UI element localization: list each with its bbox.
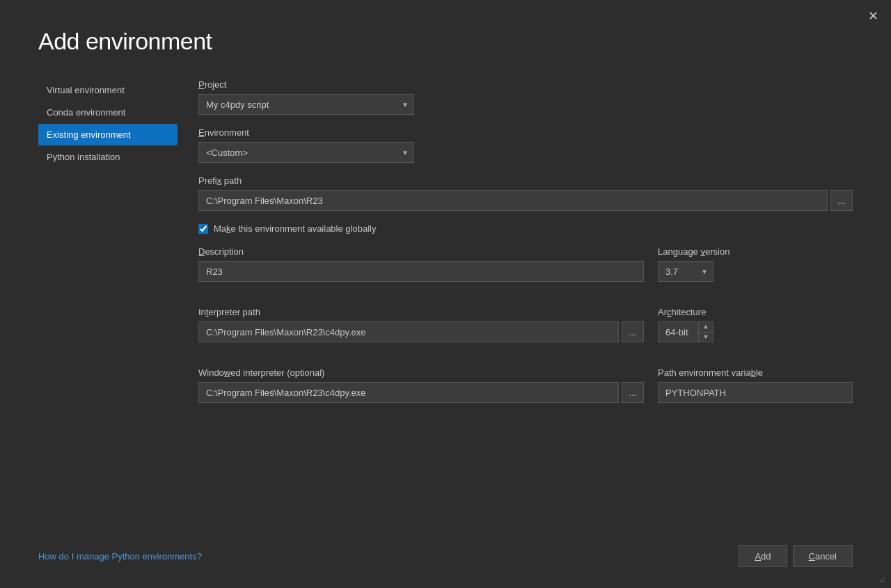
windowed-path-row: Windowed interpreter (optional) ... Path…: [198, 367, 853, 415]
project-select[interactable]: My c4pdy script: [198, 94, 414, 115]
language-version-select[interactable]: 3.7: [658, 261, 713, 282]
description-label-text: Description: [198, 246, 244, 257]
add-button[interactable]: Add: [739, 545, 787, 567]
environment-label-text: Environment: [198, 127, 249, 138]
interpreter-path-label-text: Interpreter path: [198, 307, 260, 317]
description-group: Description: [198, 246, 644, 282]
windowed-interpreter-section: Windowed interpreter (optional) ...: [198, 367, 644, 415]
architecture-down-button[interactable]: ▼: [699, 333, 713, 342]
sidebar-item-existing[interactable]: Existing environment: [38, 124, 178, 145]
language-version-label-text: Language version: [658, 246, 730, 257]
environment-group: Environment <Custom> ▼: [198, 127, 853, 163]
interpreter-path-input[interactable]: [198, 321, 619, 342]
make-global-checkbox[interactable]: [198, 224, 208, 234]
description-input[interactable]: [198, 261, 644, 282]
project-group: Project My c4pdy script ▼: [198, 79, 853, 115]
interpreter-path-label: Interpreter path: [198, 307, 644, 317]
architecture-label: Architecture: [658, 307, 853, 317]
dialog-title: Add environment: [0, 0, 891, 76]
architecture-up-button[interactable]: ▲: [699, 322, 713, 333]
windowed-interpreter-label: Windowed interpreter (optional): [198, 367, 644, 378]
make-global-row: Make this environment available globally: [198, 223, 853, 234]
cancel-button-label: Cancel: [809, 551, 837, 562]
interpreter-path-section: Interpreter path ...: [198, 307, 644, 355]
architecture-label-text: Architecture: [658, 307, 706, 317]
make-global-label-text: Make this environment available globally: [214, 223, 376, 234]
path-env-group: Path environment variable: [658, 367, 853, 403]
interp-arch-row: Interpreter path ... Architecture: [198, 307, 853, 355]
add-environment-dialog: ✕ Add environment Virtual environment Co…: [0, 0, 891, 588]
prefix-path-label-text: Prefix path: [198, 175, 242, 186]
dialog-footer: How do I manage Python environments? Add…: [0, 531, 891, 588]
project-label-text: Project: [198, 79, 226, 90]
sidebar: Virtual environment Conda environment Ex…: [38, 76, 178, 531]
dialog-body: Virtual environment Conda environment Ex…: [0, 76, 891, 531]
language-version-select-wrapper: 3.7 ▼: [658, 261, 713, 282]
architecture-value: 64-bit: [659, 322, 698, 342]
architecture-control: 64-bit ▲ ▼: [658, 321, 713, 342]
architecture-group: Architecture 64-bit ▲ ▼: [658, 307, 853, 342]
architecture-spinners: ▲ ▼: [698, 322, 713, 342]
language-version-section: Language version 3.7 ▼: [658, 246, 853, 294]
path-env-label: Path environment variable: [658, 367, 853, 378]
interpreter-path-group: Interpreter path ...: [198, 307, 644, 342]
windowed-interpreter-browse-button[interactable]: ...: [622, 382, 644, 403]
project-label: Project: [198, 79, 853, 90]
sidebar-item-conda[interactable]: Conda environment: [38, 102, 178, 123]
cancel-button[interactable]: Cancel: [793, 545, 853, 567]
close-button[interactable]: ✕: [868, 10, 878, 22]
resize-icon: ⊿: [878, 574, 885, 584]
footer-buttons: Add Cancel: [739, 545, 853, 567]
sidebar-item-virtual[interactable]: Virtual environment: [38, 79, 178, 101]
description-label: Description: [198, 246, 644, 257]
windowed-interpreter-input-row: ...: [198, 382, 644, 403]
windowed-interpreter-input[interactable]: [198, 382, 619, 403]
prefix-path-input-row: ...: [198, 190, 853, 211]
project-select-wrapper: My c4pdy script ▼: [198, 94, 414, 115]
environment-label: Environment: [198, 127, 853, 138]
interpreter-path-browse-button[interactable]: ...: [622, 321, 644, 342]
content-area: Project My c4pdy script ▼ Environment <C…: [198, 76, 853, 531]
prefix-path-label: Prefix path: [198, 175, 853, 186]
prefix-path-group: Prefix path ...: [198, 175, 853, 211]
environment-select-wrapper: <Custom> ▼: [198, 142, 414, 163]
path-env-input[interactable]: [658, 382, 853, 403]
prefix-path-input[interactable]: [198, 190, 828, 211]
language-version-label: Language version: [658, 246, 853, 257]
environment-select[interactable]: <Custom>: [198, 142, 414, 163]
prefix-path-browse-button[interactable]: ...: [830, 190, 853, 211]
interpreter-path-input-row: ...: [198, 321, 644, 342]
add-button-label: Add: [755, 551, 771, 562]
desc-lang-row: Description Language version 3.7: [198, 246, 853, 294]
language-version-group: Language version 3.7 ▼: [658, 246, 853, 282]
description-section: Description: [198, 246, 644, 294]
sidebar-item-python-installation[interactable]: Python installation: [38, 146, 178, 168]
path-env-label-text: Path environment variable: [658, 367, 763, 378]
path-env-section: Path environment variable: [658, 367, 853, 415]
help-link[interactable]: How do I manage Python environments?: [38, 551, 202, 562]
windowed-interpreter-label-text: Windowed interpreter (optional): [198, 367, 324, 378]
make-global-label: Make this environment available globally: [214, 223, 376, 234]
windowed-interpreter-group: Windowed interpreter (optional) ...: [198, 367, 644, 403]
architecture-section: Architecture 64-bit ▲ ▼: [658, 307, 853, 355]
